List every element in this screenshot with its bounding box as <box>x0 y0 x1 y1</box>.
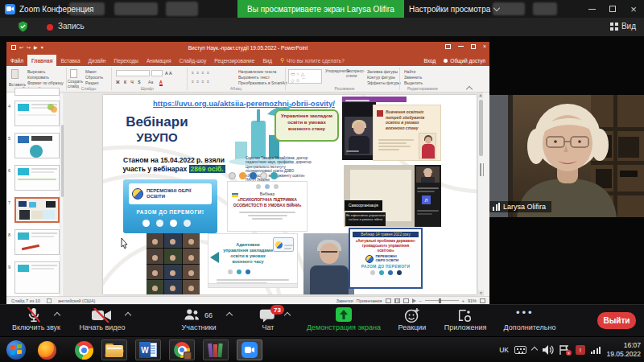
sign-in-button: Вход <box>420 55 440 66</box>
keyboard-language[interactable]: UK <box>499 346 509 354</box>
thumbnail-number: 4 <box>8 104 10 109</box>
layout-button: Макет <box>85 69 97 74</box>
windows-taskbar: W UK <box>0 336 644 362</box>
close-button[interactable]: × <box>623 0 644 18</box>
security-alert-icon[interactable]: ! <box>576 345 585 355</box>
action-center-flag-icon[interactable]: × <box>559 345 570 355</box>
webinar-window-video-area <box>342 102 376 160</box>
zoom-toolbar: Включить звук Начать видео 66 Участники <box>0 304 644 336</box>
decorative-lines <box>417 208 439 216</box>
sidebar-resize-handle[interactable] <box>480 163 485 176</box>
thumbnail-number: 8 <box>8 232 10 237</box>
powerpoint-titlebar: ↩ ↪ ▶ ▾ Виступ Наук.-практ.студії 19.05.… <box>6 42 489 55</box>
participant-video-tile <box>416 167 440 183</box>
smartart-button: Преобразовать в SmartArt <box>238 80 287 85</box>
zoom-taskbar-icon[interactable] <box>237 339 262 360</box>
participant-video-tile[interactable]: Larysa Olifira <box>489 95 644 217</box>
tab-animations: Анимация <box>142 55 175 66</box>
volume-icon[interactable] <box>543 345 554 355</box>
language-indicator: английский (США) <box>58 298 96 303</box>
sorter-view-icon <box>394 298 400 303</box>
shape-fill-button: Заливка фигуры <box>367 69 398 74</box>
powerpoint-statusbar: Слайд 7 из 10 английский (США) Заметки П… <box>6 296 489 304</box>
more-button[interactable]: ••• <box>516 306 535 319</box>
adaptive-title: Адаптивне управління закладами освіти в … <box>223 242 273 265</box>
zoom-percentage: 91% <box>468 298 477 303</box>
person-icon <box>444 59 448 63</box>
participants-button[interactable]: 66 <box>182 308 213 323</box>
quick-styles-button: Экспресс-стили <box>346 69 364 78</box>
lightbulb-icon: ⚲ <box>280 57 284 64</box>
drawing-group-label: Рисование <box>320 86 369 91</box>
mini-statusbar <box>208 283 297 287</box>
leave-meeting-button[interactable]: Выйти <box>597 312 636 329</box>
pp-close-icon: × <box>483 43 486 49</box>
recording-icon <box>47 24 53 31</box>
cut-button: Вырезать <box>27 69 45 74</box>
tray-date: 19.05.2022 <box>606 350 641 358</box>
file-explorer-icon[interactable] <box>101 339 127 360</box>
chevron-down-icon <box>493 4 500 10</box>
spellcheck-icon <box>47 298 52 303</box>
view-menu-button[interactable]: Вид <box>610 22 636 31</box>
chat-unread-badge: 73 <box>270 305 284 315</box>
keyboard-icon[interactable] <box>514 346 526 354</box>
mouse-cursor <box>121 238 128 249</box>
alignment-buttons-icons: ≡ ≡ ≡ ≡ <box>192 79 210 84</box>
may-webinar-date: Вебінар 14 травня 2022 року <box>353 232 419 237</box>
may-webinar-card: Вебінар 14 травня 2022 року «Актуальні п… <box>349 228 423 289</box>
tab-slideshow: Слайд-шоу <box>175 55 210 66</box>
word-icon[interactable]: W <box>135 339 161 360</box>
slide-thumbnail-8 <box>14 229 60 255</box>
apps-label: Приложения <box>428 323 502 331</box>
psych-webinar-title: «ПСИХОЛОГІЧНА ПІДТРИМКА ОСОБИСТОСТІ В УМ… <box>228 196 307 208</box>
minimize-button[interactable] <box>581 0 602 18</box>
chrome-icon[interactable] <box>71 339 97 360</box>
ribbon: Вставить Вырезать Копировать Формат по о… <box>6 66 489 93</box>
fit-to-window-icon <box>480 298 485 303</box>
network-signal-icon[interactable] <box>591 347 601 354</box>
reset-button: Сбросить <box>85 75 103 80</box>
slide-thumbnail-7-selected <box>14 197 60 223</box>
zoom-titlebar: Zoom Конференция Вы просматриваете экран… <box>0 0 644 18</box>
chrome-profile-icon[interactable] <box>169 339 195 360</box>
tray-expand-chevron[interactable] <box>531 347 538 353</box>
maximize-button[interactable] <box>602 0 623 18</box>
tab-home: Главная <box>27 55 56 66</box>
clipboard-icon <box>11 69 19 79</box>
firefox-icon[interactable] <box>34 339 60 360</box>
psych-webinar-card: Вебінар «ПСИХОЛОГІЧНА ПІДТРИМКА ОСОБИСТО… <box>227 181 308 232</box>
chat-options-chevron[interactable] <box>284 312 291 319</box>
participants-label: Участники <box>162 323 236 331</box>
slideshow-view-icon <box>412 298 416 303</box>
clock[interactable]: 16:07 19.05.2022 <box>606 341 641 359</box>
tab-transitions: Переходы <box>109 55 142 66</box>
font-group-label: Шрифт <box>119 86 175 91</box>
viewing-screen-banner-text: Вы просматриваете экран Larysa Olifira <box>247 5 394 14</box>
view-settings-dropdown[interactable]: Настройки просмотра <box>409 0 499 18</box>
smiley-icon <box>404 307 420 323</box>
chat-label: Чат <box>236 323 300 331</box>
selforg-subtitle-box: Як ефективно управляти собою в умовах ві… <box>345 212 386 226</box>
new-slide-button <box>70 69 77 79</box>
zoom-statusbar: Запись Вид <box>0 18 644 36</box>
character-spacing-icon: Аа <box>148 80 153 84</box>
copy-button: Копировать <box>27 75 49 80</box>
share-screen-button[interactable] <box>336 307 352 322</box>
motto-text: РАЗОМ ДО ПЕРЕМОГИ! <box>123 209 217 215</box>
tab-review: Рецензирование <box>210 55 258 66</box>
select-button: Выделить <box>404 80 423 85</box>
participants-options-chevron[interactable] <box>226 312 233 319</box>
winrar-icon[interactable] <box>203 339 229 360</box>
participant-webcam-image <box>489 95 644 217</box>
reading-view-icon <box>403 298 409 303</box>
adaptive-card: Адаптивне управління закладами освіти в … <box>208 233 298 288</box>
slide-thumbnail-9 <box>14 261 60 294</box>
slide-title-line1: Вебінари <box>113 114 201 130</box>
mute-options-chevron[interactable] <box>54 312 60 319</box>
needs-slide-card: Вивчення освітніх потреб здобувачів осві… <box>373 105 441 161</box>
start-button[interactable] <box>3 339 29 360</box>
zoom-in-icon: + <box>462 298 464 303</box>
video-options-chevron[interactable] <box>125 312 131 319</box>
card-logos-row <box>142 220 191 227</box>
